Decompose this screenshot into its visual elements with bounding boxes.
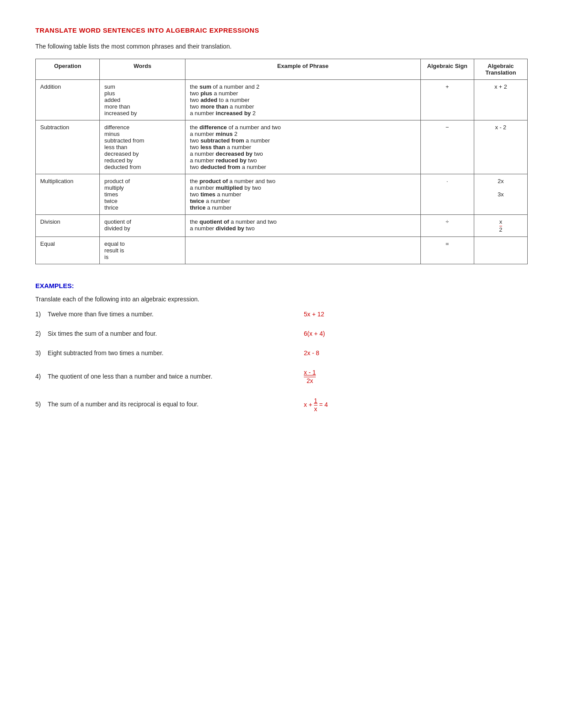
- operation-subtraction: Subtraction: [36, 120, 100, 174]
- operation-addition: Addition: [36, 80, 100, 120]
- sign-division: ÷: [420, 215, 474, 237]
- header-operation: Operation: [36, 59, 100, 80]
- words-multiplication: product ofmultiplytimestwicethrice: [100, 174, 185, 215]
- phrases-division: the quotient of a number and two a numbe…: [185, 215, 421, 237]
- examples-title: EXAMPLES:: [35, 282, 528, 289]
- sign-addition: +: [420, 80, 474, 120]
- example-answer-4: x - 1 2x: [304, 369, 357, 385]
- example-item-3: 3) Eight subtracted from two times a num…: [35, 349, 528, 356]
- examples-instruction: Translate each of the following into an …: [35, 296, 528, 303]
- header-words: Words: [100, 59, 185, 80]
- phrases-multiplication: the product of a number and two a number…: [185, 174, 421, 215]
- sign-multiplication: ·: [420, 174, 474, 215]
- example-answer-5: x + 1 x = 4: [304, 397, 357, 413]
- translation-division: x 2: [474, 215, 527, 237]
- header-sign: Algebraic Sign: [420, 59, 474, 80]
- example-num-1: 1): [35, 311, 48, 318]
- translation-addition: x + 2: [474, 80, 527, 120]
- example-question-4: The quotient of one less than a number a…: [48, 373, 277, 380]
- translation-subtraction: x - 2: [474, 120, 527, 174]
- example-question-2: Six times the sum of a number and four.: [48, 330, 277, 337]
- words-equal: equal toresult isis: [100, 237, 185, 264]
- example-num-3: 3): [35, 349, 48, 356]
- table-row: Multiplication product ofmultiplytimestw…: [36, 174, 528, 215]
- table-row: Subtraction differenceminussubtracted fr…: [36, 120, 528, 174]
- sign-equal: =: [420, 237, 474, 264]
- words-subtraction: differenceminussubtracted fromless thand…: [100, 120, 185, 174]
- operation-division: Division: [36, 215, 100, 237]
- intro-text: The following table lists the most commo…: [35, 43, 528, 50]
- example-item-1: 1) Twelve more than five times a number.…: [35, 311, 528, 318]
- words-division: quotient ofdivided by: [100, 215, 185, 237]
- example-num-4: 4): [35, 373, 48, 380]
- phrases-equal: [185, 237, 421, 264]
- example-item-2: 2) Six times the sum of a number and fou…: [35, 330, 528, 337]
- examples-section: EXAMPLES: Translate each of the followin…: [35, 282, 528, 413]
- example-question-5: The sum of a number and its reciprocal i…: [48, 401, 277, 408]
- table-row: Equal equal toresult isis =: [36, 237, 528, 264]
- sign-subtraction: −: [420, 120, 474, 174]
- example-question-1: Twelve more than five times a number.: [48, 311, 277, 318]
- example-num-2: 2): [35, 330, 48, 337]
- translation-equal: [474, 237, 527, 264]
- table-row: Division quotient ofdivided by the quoti…: [36, 215, 528, 237]
- phrases-subtraction: the difference of a number and two a num…: [185, 120, 421, 174]
- page-title: TRANSLATE WORD SENTENCES INTO ALGEBRAIC …: [35, 26, 528, 34]
- table-row: Addition sumplusaddedmore thanincreased …: [36, 80, 528, 120]
- translation-multiplication: 2x3x: [474, 174, 527, 215]
- translation-table: Operation Words Example of Phrase Algebr…: [35, 59, 528, 264]
- operation-multiplication: Multiplication: [36, 174, 100, 215]
- header-translation: AlgebraicTranslation: [474, 59, 527, 80]
- header-phrase: Example of Phrase: [185, 59, 421, 80]
- example-item-4: 4) The quotient of one less than a numbe…: [35, 369, 528, 385]
- example-answer-3: 2x - 8: [304, 349, 357, 356]
- phrases-addition: the sum of a number and 2 two plus a num…: [185, 80, 421, 120]
- example-num-5: 5): [35, 401, 48, 408]
- example-answer-1: 5x + 12: [304, 311, 357, 318]
- words-addition: sumplusaddedmore thanincreased by: [100, 80, 185, 120]
- example-item-5: 5) The sum of a number and its reciproca…: [35, 397, 528, 413]
- example-answer-2: 6(x + 4): [304, 330, 357, 337]
- operation-equal: Equal: [36, 237, 100, 264]
- example-question-3: Eight subtracted from two times a number…: [48, 349, 277, 356]
